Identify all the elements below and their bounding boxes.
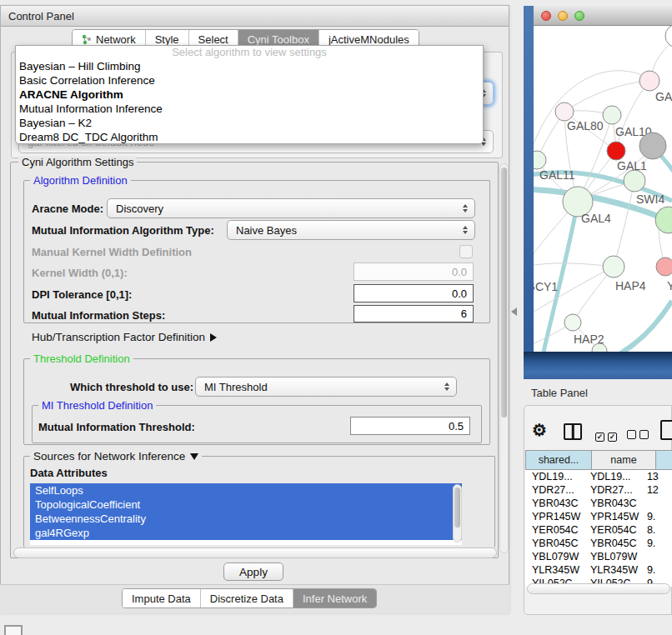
kernel-width-value: 0.0 bbox=[452, 266, 467, 278]
table-cell: YDR27... bbox=[584, 483, 642, 497]
settings-vertical-scrollbar[interactable] bbox=[499, 163, 509, 553]
network-node[interactable] bbox=[555, 102, 574, 121]
settings-horizontal-scrollbar[interactable] bbox=[13, 548, 497, 558]
data-attribute-item[interactable]: BetweennessCentrality bbox=[30, 512, 462, 526]
algorithm-option[interactable]: Mutual Information Inference bbox=[16, 102, 483, 116]
algorithm-option[interactable]: Bayesian – K2 bbox=[16, 116, 483, 130]
attributes-scrollbar[interactable] bbox=[453, 484, 462, 542]
network-node[interactable] bbox=[564, 314, 581, 331]
network-node[interactable] bbox=[534, 151, 546, 169]
tab-infer-network[interactable]: Infer Network bbox=[293, 589, 376, 608]
tab-label: jActiveMNodules bbox=[328, 33, 409, 46]
control-panel-titlebar[interactable]: Control Panel bbox=[1, 6, 509, 27]
select-all-columns-icon[interactable]: ✓✓ bbox=[595, 428, 620, 442]
table-row[interactable]: YPR145WYPR145W9. bbox=[525, 510, 672, 523]
scrollbar-thumb[interactable] bbox=[454, 488, 460, 528]
table-horizontal-scrollbar[interactable] bbox=[527, 583, 670, 594]
kernel-width-field[interactable]: 0.0 bbox=[354, 262, 474, 281]
network-node[interactable] bbox=[639, 71, 659, 91]
manual-kernel-checkbox[interactable] bbox=[459, 245, 473, 258]
column-header-name[interactable]: name bbox=[591, 450, 656, 470]
table-cell: YDR27... bbox=[525, 483, 584, 497]
network-node[interactable] bbox=[624, 170, 645, 192]
cyni-bottom-tabbar: Impute Data Discretize Data Infer Networ… bbox=[122, 588, 377, 608]
split-pane-collapse-handle[interactable] bbox=[511, 308, 517, 316]
table-cell bbox=[642, 497, 672, 510]
mi-type-value: Naive Bayes bbox=[236, 224, 297, 237]
table-row[interactable]: YBL079WYBL079W bbox=[525, 550, 672, 563]
column-header-clipped[interactable] bbox=[655, 450, 672, 470]
tab-label: Infer Network bbox=[303, 592, 367, 605]
data-attribute-item[interactable]: SelfLoops bbox=[30, 483, 462, 498]
column-layout-icon[interactable] bbox=[564, 423, 582, 440]
table-cell: YBR045C bbox=[584, 537, 642, 550]
table-settings-gear-icon[interactable]: ⚙ bbox=[532, 422, 547, 438]
tab-label: Discretize Data bbox=[210, 592, 283, 605]
network-edge[interactable] bbox=[534, 71, 649, 158]
apply-button[interactable]: Apply bbox=[223, 562, 283, 581]
zoom-traffic-light-icon[interactable] bbox=[574, 11, 584, 21]
column-header-label: shared... bbox=[539, 454, 579, 466]
cyni-settings-group-title: Cyni Algorithm Settings bbox=[18, 156, 137, 168]
network-canvas[interactable]: GALGAL80GAL10GAL1GAL11SWI4GAL4GCY1HAP4YH… bbox=[534, 26, 672, 352]
network-node-label: GAL4 bbox=[581, 212, 611, 225]
network-node[interactable] bbox=[603, 106, 621, 124]
combo-arrows-icon bbox=[463, 204, 468, 212]
network-node-label: GAL bbox=[655, 90, 672, 103]
table-row[interactable]: YDR27...YDR27...12 bbox=[525, 483, 672, 497]
close-traffic-light-icon[interactable] bbox=[541, 11, 551, 21]
network-window-titlebar[interactable] bbox=[534, 6, 672, 26]
export-table-icon[interactable] bbox=[660, 420, 672, 440]
column-header-label: name bbox=[610, 454, 636, 466]
mi-threshold-field[interactable]: 0.5 bbox=[350, 417, 470, 435]
column-header-shared-name[interactable]: shared... bbox=[525, 450, 592, 470]
tab-impute-data[interactable]: Impute Data bbox=[123, 589, 200, 608]
table-row[interactable]: YER054CYER054C8. bbox=[525, 523, 672, 537]
mi-type-label: Mutual Information Algorithm Type: bbox=[32, 224, 214, 237]
hub-definition-expander[interactable]: Hub/Transcription Factor Definition bbox=[32, 331, 217, 343]
table-cell: 9. bbox=[642, 537, 672, 550]
algorithm-option[interactable]: Dream8 DC_TDC Algorithm bbox=[16, 130, 483, 144]
network-edge[interactable] bbox=[614, 181, 634, 267]
table-row[interactable]: YBR045CYBR045C9. bbox=[525, 537, 672, 550]
scrollbar-thumb[interactable] bbox=[501, 168, 507, 418]
algorithm-option[interactable]: ARACNE Algorithm bbox=[16, 88, 483, 102]
minimized-panel-icon[interactable] bbox=[4, 625, 23, 635]
algorithm-definition-title: Algorithm Definition bbox=[30, 174, 131, 187]
table-row[interactable]: YBR043CYBR043C bbox=[525, 497, 672, 510]
table-cell: YBL079W bbox=[584, 550, 642, 563]
network-node[interactable] bbox=[639, 132, 666, 159]
data-attributes-list[interactable]: SelfLoopsTopologicalCoefficientBetweenne… bbox=[30, 483, 462, 545]
dpi-tolerance-field[interactable]: 0.0 bbox=[354, 284, 474, 302]
table-cell: YBR043C bbox=[525, 497, 584, 510]
network-node[interactable] bbox=[607, 142, 625, 160]
algorithm-option[interactable]: Bayesian – Hill Climbing bbox=[16, 59, 483, 73]
network-edge-strong[interactable] bbox=[620, 301, 672, 352]
table-cell: YDL19... bbox=[525, 470, 584, 483]
algorithm-option[interactable]: Basic Correlation Inference bbox=[16, 73, 483, 88]
algorithm-dropdown-popup: Select algorithm to view settings Bayesi… bbox=[15, 45, 484, 144]
network-node[interactable] bbox=[656, 258, 672, 276]
table-cell: YDL19... bbox=[584, 470, 642, 483]
mi-steps-field[interactable]: 6 bbox=[354, 305, 474, 322]
network-node[interactable] bbox=[665, 26, 672, 48]
mi-threshold-value: 0.5 bbox=[449, 420, 464, 432]
which-threshold-select[interactable]: MI Threshold bbox=[195, 377, 457, 397]
minimize-traffic-light-icon[interactable] bbox=[558, 11, 568, 21]
table-row[interactable]: YDL19...YDL19...13 bbox=[525, 470, 672, 483]
network-graph: GALGAL80GAL10GAL1GAL11SWI4GAL4GCY1HAP4YH… bbox=[534, 26, 672, 352]
network-node-label: Y bbox=[667, 279, 672, 292]
data-attribute-item[interactable]: TopologicalCoefficient bbox=[30, 498, 462, 512]
table-row[interactable]: YLR345WYLR345W9. bbox=[525, 563, 672, 577]
network-node[interactable] bbox=[655, 207, 672, 233]
data-attribute-item[interactable]: gal4RGexp bbox=[30, 526, 462, 540]
network-edge[interactable] bbox=[534, 263, 614, 267]
sources-group-title[interactable]: Sources for Network Inference bbox=[30, 450, 202, 462]
node-table[interactable]: YDL19...YDL19...13YDR27...YDR27...12YBR0… bbox=[525, 470, 672, 587]
deselect-all-columns-icon[interactable] bbox=[627, 428, 652, 442]
tab-discretize-data[interactable]: Discretize Data bbox=[200, 589, 293, 608]
table-cell: YBR045C bbox=[525, 537, 584, 550]
mi-type-select[interactable]: Naive Bayes bbox=[227, 220, 475, 240]
aracne-mode-select[interactable]: Discovery bbox=[107, 198, 475, 218]
network-node[interactable] bbox=[603, 256, 624, 278]
